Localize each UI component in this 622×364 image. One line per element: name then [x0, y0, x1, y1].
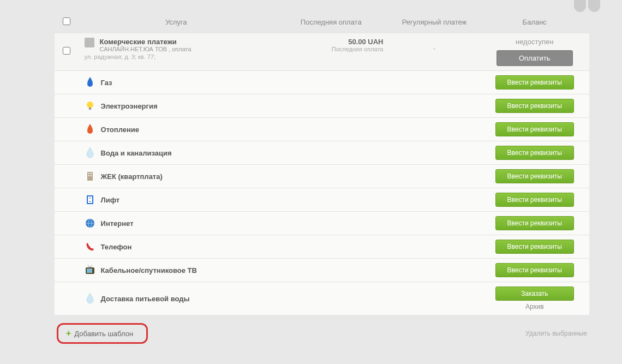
- bulb-icon: [85, 100, 95, 111]
- service-name: Вода и канализация: [101, 149, 172, 157]
- main-address: ул. радужная; д. 3; кв. 77;: [85, 53, 268, 60]
- recurring-value: -: [388, 33, 480, 70]
- service-row: ЭлектроэнергияВвести реквизиты: [55, 94, 589, 117]
- add-template-button[interactable]: + Добавить шаблон: [57, 323, 148, 344]
- tv-icon: [85, 265, 95, 276]
- delete-selected-link[interactable]: Удалить выбранные: [525, 330, 587, 337]
- row-checkbox[interactable]: [63, 47, 70, 55]
- drop-icon: [85, 293, 95, 304]
- service-name: Кабельное/спутниковое ТВ: [101, 266, 197, 275]
- svg-rect-5: [88, 175, 89, 176]
- payments-table: Услуга Последняя оплата Регулярный плате…: [55, 11, 589, 315]
- header-recurring: Регулярный платеж: [388, 11, 480, 33]
- header-service: Услуга: [79, 11, 273, 33]
- service-row: Вода и канализацияВвести реквизиты: [55, 141, 589, 164]
- service-name: Телефон: [101, 243, 132, 251]
- add-template-label: Добавить шаблон: [74, 330, 133, 338]
- service-name: Отопление: [101, 126, 140, 134]
- last-label: Последняя оплата: [279, 46, 384, 52]
- service-row: Кабельное/спутниковое ТВВвести реквизиты: [55, 258, 589, 282]
- amount: 50.00 UAH: [279, 38, 384, 46]
- enter-details-button[interactable]: Ввести реквизиты: [495, 240, 574, 254]
- service-row: ЖЕК (квартплата)Ввести реквизиты: [55, 164, 589, 188]
- enter-details-button[interactable]: Заказать: [495, 287, 574, 301]
- service-row: ИнтернетВвести реквизиты: [55, 211, 589, 235]
- enter-details-button[interactable]: Ввести реквизиты: [495, 99, 574, 113]
- svg-rect-13: [87, 268, 92, 273]
- svg-line-14: [88, 265, 90, 267]
- svg-rect-6: [91, 175, 92, 176]
- svg-rect-1: [89, 108, 91, 110]
- enter-details-button[interactable]: Ввести реквизиты: [495, 263, 574, 277]
- balance-unavailable: недоступен: [486, 38, 584, 46]
- service-name: ЖЕК (квартплата): [101, 172, 163, 181]
- service-row: ОтоплениеВвести реквизиты: [55, 117, 589, 141]
- enter-details-button[interactable]: Ввести реквизиты: [495, 75, 574, 89]
- main-payment-row: Комерческие платежи САНЛАЙН.НЕТ.ЮА ТОВ ,…: [55, 33, 589, 70]
- main-subtitle: САНЛАЙН.НЕТ.ЮА ТОВ , оплата: [100, 46, 192, 52]
- drop-icon: [85, 147, 95, 158]
- header-balance: Баланс: [480, 11, 590, 33]
- service-name: Газ: [101, 79, 112, 87]
- enter-details-button[interactable]: Ввести реквизиты: [495, 146, 574, 160]
- service-row: ТелефонВвести реквизиты: [55, 235, 589, 258]
- gas-icon: [85, 77, 95, 88]
- service-name: Лифт: [101, 196, 120, 204]
- table-footer: + Добавить шаблон Удалить выбранные: [55, 315, 589, 344]
- svg-rect-2: [87, 172, 93, 181]
- building-small-icon: [85, 171, 95, 182]
- svg-line-15: [90, 265, 92, 267]
- svg-point-0: [87, 102, 93, 108]
- service-name: Интернет: [101, 219, 134, 228]
- flame-icon: [85, 124, 95, 135]
- service-row: ЛифтВвести реквизиты: [55, 188, 589, 211]
- enter-details-button[interactable]: Ввести реквизиты: [495, 216, 574, 230]
- top-nav-arrows: [574, 0, 600, 12]
- plus-icon: +: [66, 329, 71, 338]
- header-last-payment: Последняя оплата: [273, 11, 389, 33]
- service-name: Доставка питьевой воды: [101, 295, 190, 303]
- svg-rect-4: [91, 173, 92, 174]
- service-name: Электроэнергия: [101, 102, 158, 110]
- service-row: ГазВвести реквизиты: [55, 70, 589, 94]
- phone-icon: [85, 241, 95, 252]
- globe-icon: [85, 218, 95, 229]
- enter-details-button[interactable]: Ввести реквизиты: [495, 193, 574, 207]
- table-header: Услуга Последняя оплата Регулярный плате…: [55, 11, 589, 33]
- svg-rect-3: [88, 173, 89, 174]
- page-container: Услуга Последняя оплата Регулярный плате…: [0, 0, 622, 344]
- building-icon: [85, 38, 94, 47]
- enter-details-button[interactable]: Ввести реквизиты: [495, 122, 574, 136]
- service-row: Доставка питьевой водыЗаказатьАрхив: [55, 282, 589, 315]
- enter-details-button[interactable]: Ввести реквизиты: [495, 169, 574, 183]
- archive-link[interactable]: Архив: [486, 303, 584, 311]
- select-all-checkbox[interactable]: [63, 17, 70, 25]
- pay-button[interactable]: Оплатить: [497, 50, 573, 66]
- main-title: Комерческие платежи: [100, 38, 192, 46]
- elevator-icon: [85, 194, 95, 205]
